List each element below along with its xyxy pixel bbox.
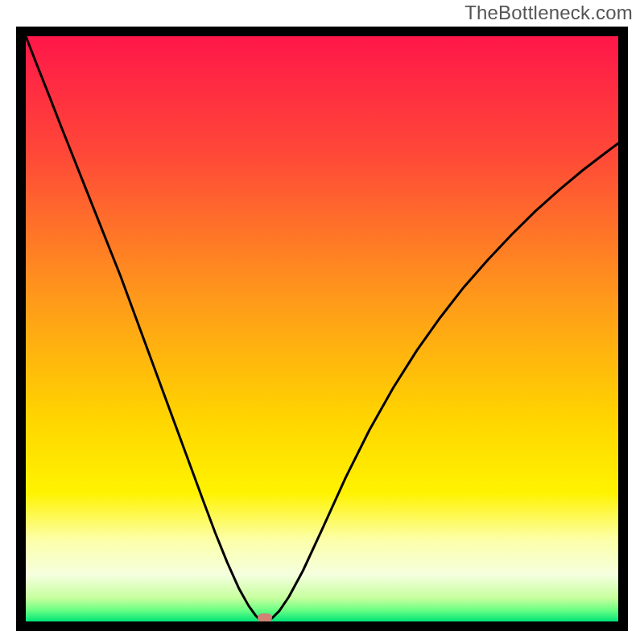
minima-marker: [258, 613, 272, 621]
bottleneck-curve: [26, 36, 618, 621]
watermark-text: TheBottleneck.com: [464, 2, 633, 24]
chart-stage: TheBottleneck.com: [0, 0, 644, 644]
plot-area: [26, 36, 618, 621]
